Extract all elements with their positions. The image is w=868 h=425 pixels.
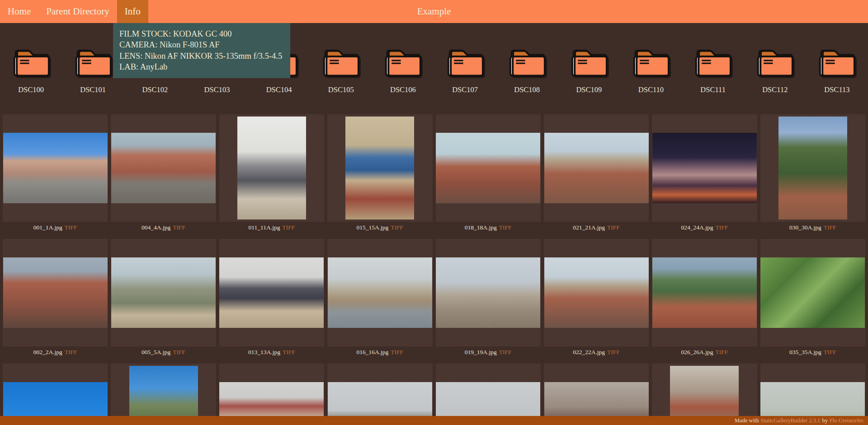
folder-item[interactable]: DSC110 (630, 47, 672, 94)
folder-label: DSC101 (80, 85, 106, 94)
tiff-link[interactable]: TIFF (391, 349, 403, 356)
photo-caption: 024_24A.jpg TIFF (652, 222, 757, 233)
gallery-item: 019_19A.jpg TIFF (436, 239, 541, 358)
gallery-item: 030_30A.jpg TIFF (760, 114, 865, 233)
folder-label: DSC113 (824, 85, 849, 94)
photo-grid: 001_1A.jpg TIFF 004_4A.jpg TIFF 011_11A.… (0, 114, 868, 425)
photo-image (3, 257, 108, 328)
folder-label: DSC103 (204, 85, 230, 94)
gallery-item: 018_18A.jpg TIFF (436, 114, 541, 233)
photo-caption: 018_18A.jpg TIFF (436, 222, 541, 233)
folder-item[interactable]: DSC100 (10, 47, 52, 94)
photo-filename: 013_13A.jpg (248, 349, 280, 356)
photo-caption: 035_35A.jpg TIFF (760, 347, 865, 358)
tiff-link[interactable]: TIFF (715, 349, 728, 356)
photo-caption: 004_4A.jpg TIFF (111, 222, 216, 233)
tiff-link[interactable]: TIFF (499, 224, 512, 231)
tiff-link[interactable]: TIFF (65, 349, 77, 356)
folder-icon (568, 47, 610, 78)
tiff-link[interactable]: TIFF (173, 224, 185, 231)
footer-by-text: by (822, 417, 828, 424)
photo-image (652, 257, 757, 328)
folder-icon (320, 47, 362, 78)
photo-thumbnail[interactable] (111, 239, 216, 346)
photo-thumbnail[interactable] (111, 114, 216, 222)
photo-thumbnail[interactable] (544, 114, 649, 222)
footer-author-link[interactable]: Flo Greistorfer. (830, 417, 864, 424)
tiff-link[interactable]: TIFF (824, 224, 836, 231)
folder-icon (506, 47, 548, 78)
photo-thumbnail[interactable] (327, 239, 432, 346)
tooltip-camera: CAMERA: Nikon F-801S AF (119, 39, 282, 50)
folder-item[interactable]: DSC105 (320, 47, 362, 94)
photo-image (778, 117, 847, 220)
footer-tool-link[interactable]: StaticGalleryBuilder 2.3.1 (761, 417, 821, 424)
photo-thumbnail[interactable] (219, 239, 324, 346)
folder-item[interactable]: DSC113 (816, 47, 858, 94)
photo-filename: 024_24A.jpg (681, 224, 713, 231)
tiff-link[interactable]: TIFF (65, 224, 77, 231)
photo-filename: 022_22A.jpg (573, 349, 605, 356)
photo-thumbnail[interactable] (436, 114, 541, 222)
gallery-title: Example (417, 0, 451, 23)
nav-item-home[interactable]: Home (0, 0, 38, 23)
photo-thumbnail[interactable] (760, 239, 865, 346)
gallery-item: 001_1A.jpg TIFF (3, 114, 108, 233)
folder-item[interactable]: DSC108 (506, 47, 548, 94)
folder-item[interactable]: DSC111 (692, 47, 734, 94)
folder-label: DSC109 (576, 85, 602, 94)
tiff-link[interactable]: TIFF (824, 349, 836, 356)
photo-thumbnail[interactable] (327, 114, 432, 222)
tiff-link[interactable]: TIFF (715, 224, 728, 231)
folder-label: DSC111 (700, 85, 726, 94)
photo-caption: 013_13A.jpg TIFF (219, 347, 324, 358)
photo-thumbnail[interactable] (652, 114, 757, 222)
photo-image (544, 133, 649, 203)
nav-item-info[interactable]: Info (117, 0, 148, 23)
photo-thumbnail[interactable] (436, 239, 541, 346)
folder-item[interactable]: DSC106 (382, 47, 424, 94)
folder-item[interactable]: DSC107 (444, 47, 486, 94)
photo-image (111, 257, 216, 328)
photo-image (436, 257, 540, 328)
gallery-item: 011_11A.jpg TIFF (219, 114, 324, 233)
photo-image (111, 133, 216, 203)
tooltip-film-stock: FILM STOCK: KODAK GC 400 (119, 28, 282, 39)
tiff-link[interactable]: TIFF (391, 224, 403, 231)
photo-filename: 021_21A.jpg (573, 224, 605, 231)
tiff-link[interactable]: TIFF (607, 224, 620, 231)
folder-item[interactable]: DSC109 (568, 47, 610, 94)
photo-image (3, 133, 108, 203)
photo-filename: 026_26A.jpg (681, 349, 713, 356)
tiff-link[interactable]: TIFF (173, 349, 185, 356)
photo-caption: 005_5A.jpg TIFF (111, 347, 216, 358)
gallery-item: 035_35A.jpg TIFF (760, 239, 865, 358)
photo-caption: 030_30A.jpg TIFF (760, 222, 865, 233)
footer: Made with StaticGalleryBuilder 2.3.1 by … (0, 416, 868, 425)
photo-thumbnail[interactable] (760, 114, 865, 222)
photo-filename: 002_2A.jpg (33, 349, 62, 356)
tiff-link[interactable]: TIFF (499, 349, 512, 356)
photo-image (237, 117, 306, 220)
photo-thumbnail[interactable] (3, 239, 108, 346)
folder-item[interactable]: DSC112 (754, 47, 796, 94)
gallery-item: 004_4A.jpg TIFF (111, 114, 216, 233)
folder-item[interactable]: DSC101 (72, 47, 114, 94)
folder-icon (10, 47, 52, 78)
nav-item-parent-directory[interactable]: Parent Directory (38, 0, 117, 23)
photo-thumbnail[interactable] (652, 239, 757, 346)
info-tooltip: FILM STOCK: KODAK GC 400 CAMERA: Nikon F… (113, 23, 290, 78)
photo-filename: 015_15A.jpg (356, 224, 388, 231)
tooltip-lens: LENS: Nikon AF NIKKOR 35-135mm f/3.5-4.5 (119, 51, 282, 61)
photo-caption: 011_11A.jpg TIFF (219, 222, 324, 233)
photo-thumbnail[interactable] (544, 239, 649, 346)
tiff-link[interactable]: TIFF (607, 349, 620, 356)
photo-thumbnail[interactable] (219, 114, 324, 222)
tiff-link[interactable]: TIFF (283, 349, 295, 356)
photo-caption: 022_22A.jpg TIFF (544, 347, 649, 358)
photo-filename: 016_16A.jpg (356, 349, 388, 356)
photo-thumbnail[interactable] (3, 114, 108, 222)
tiff-link[interactable]: TIFF (282, 224, 295, 231)
photo-filename: 004_4A.jpg (142, 224, 170, 231)
photo-filename: 005_5A.jpg (142, 349, 170, 356)
